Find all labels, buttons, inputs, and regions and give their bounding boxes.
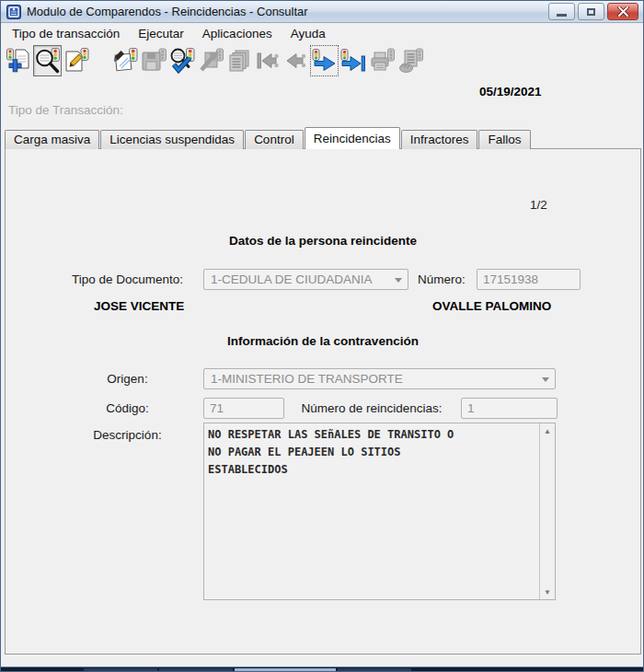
scroll-down-icon[interactable]: ▼ — [540, 585, 555, 599]
print-icon — [369, 48, 395, 74]
recurrence-label: Número de reincidencias: — [289, 401, 454, 415]
post-check-button — [196, 45, 224, 76]
tab-control[interactable]: Control — [245, 130, 304, 149]
close-button[interactable] — [607, 3, 638, 20]
chevron-down-icon — [395, 278, 402, 283]
save-icon — [141, 48, 167, 74]
edit-record-button[interactable] — [62, 45, 90, 76]
toolbar — [5, 43, 424, 78]
taskbar-item — [159, 668, 233, 671]
tab-bar: Carga masiva Licencias suspendidas Contr… — [5, 127, 532, 149]
restore-icon — [587, 8, 595, 16]
first-record-button — [253, 45, 282, 76]
minimize-button[interactable] — [548, 3, 575, 20]
verify-query-button[interactable] — [167, 45, 196, 76]
origin-value: 1-MINISTERIO DE TRANSPORTE — [211, 372, 403, 386]
post-check-icon — [198, 48, 224, 74]
code-label: Código: — [56, 401, 199, 415]
window-title: Modulo de Comparendos - Reincidencias - … — [27, 5, 308, 18]
titlebar[interactable]: Modulo de Comparendos - Reincidencias - … — [1, 1, 643, 23]
recurrence-input[interactable] — [461, 398, 558, 419]
menu-ejecutar[interactable]: Ejecutar — [135, 26, 187, 41]
description-scrollbar[interactable]: ▲ ▼ — [539, 423, 555, 599]
menu-aplicaciones[interactable]: Aplicaciones — [200, 26, 275, 41]
enter-query-button[interactable] — [33, 45, 62, 76]
next-record-icon — [312, 48, 338, 74]
taskbar-item — [338, 668, 411, 671]
chevron-down-icon — [542, 377, 549, 382]
menubar: Tipo de transacción Ejecutar Aplicacione… — [1, 24, 643, 43]
first-record-icon — [256, 49, 280, 73]
tab-licencias-suspendidas[interactable]: Licencias suspendidas — [100, 130, 244, 149]
section-title-persona: Datos de la persona reincidente — [6, 234, 640, 248]
description-textarea[interactable]: NO RESPETAR LAS SEñALES DE TRANSITO O NO… — [203, 423, 556, 600]
number-label: Número: — [414, 272, 469, 286]
transaction-type-label: Tipo de Transacción: — [8, 103, 123, 117]
document-type-select[interactable]: 1-CEDULA DE CIUDADANIA — [203, 269, 408, 290]
taskbar-edge — [1, 666, 643, 671]
app-window: Modulo de Comparendos - Reincidencias - … — [0, 0, 644, 672]
edit-record-icon — [63, 48, 89, 74]
print-button — [367, 45, 396, 76]
page-indicator: 1/2 — [530, 198, 547, 212]
menu-ayuda[interactable]: Ayuda — [288, 26, 328, 41]
app-icon — [6, 5, 21, 19]
last-record-icon — [340, 48, 366, 74]
tab-infractores[interactable]: Infractores — [401, 130, 478, 149]
code-input[interactable] — [203, 398, 284, 419]
origin-label: Origen: — [56, 372, 199, 386]
enter-query-icon — [35, 48, 61, 74]
restore-button[interactable] — [578, 3, 604, 20]
execute-query-button[interactable] — [110, 45, 139, 76]
save-button — [139, 45, 167, 76]
current-date: 05/19/2021 — [479, 85, 542, 98]
tab-reincidencias[interactable]: Reincidencias — [305, 127, 400, 149]
description-text: NO RESPETAR LAS SEñALES DE TRANSITO O NO… — [204, 423, 539, 599]
section-title-contravencion: Información de la contravención — [6, 334, 640, 348]
first-names: JOSE VICENTE — [94, 299, 184, 313]
previous-record-icon — [284, 49, 308, 73]
copy-pages-icon — [226, 48, 252, 74]
tab-carga-masiva[interactable]: Carga masiva — [5, 130, 99, 149]
print-page-button — [396, 45, 424, 76]
document-type-label: Tipo de Documento: — [56, 272, 199, 286]
execute-query-icon — [112, 48, 138, 74]
description-label: Descripción: — [56, 428, 199, 442]
new-record-button[interactable] — [5, 45, 33, 76]
verify-query-icon — [169, 48, 195, 74]
minimize-icon — [557, 14, 567, 17]
tab-fallos[interactable]: Fallos — [478, 130, 530, 149]
taskbar-item-active — [235, 668, 336, 671]
taskbar-item — [84, 668, 157, 671]
menu-tipo-de-transaccion[interactable]: Tipo de transacción — [9, 26, 122, 41]
next-record-button[interactable] — [310, 45, 339, 76]
last-record-button[interactable] — [339, 45, 367, 76]
previous-record-button — [282, 45, 310, 76]
origin-select[interactable]: 1-MINISTERIO DE TRANSPORTE — [203, 368, 556, 389]
copy-pages-button — [224, 45, 253, 76]
tab-panel-reincidencias: 1/2 Datos de la persona reincidente Tipo… — [5, 148, 641, 655]
number-input[interactable] — [477, 269, 581, 290]
document-type-value: 1-CEDULA DE CIUDADANIA — [211, 272, 373, 286]
close-icon — [617, 6, 629, 17]
new-record-icon — [6, 48, 32, 74]
print-page-icon — [397, 48, 423, 74]
scroll-up-icon[interactable]: ▲ — [540, 423, 555, 438]
last-names: OVALLE PALOMINO — [432, 299, 551, 313]
